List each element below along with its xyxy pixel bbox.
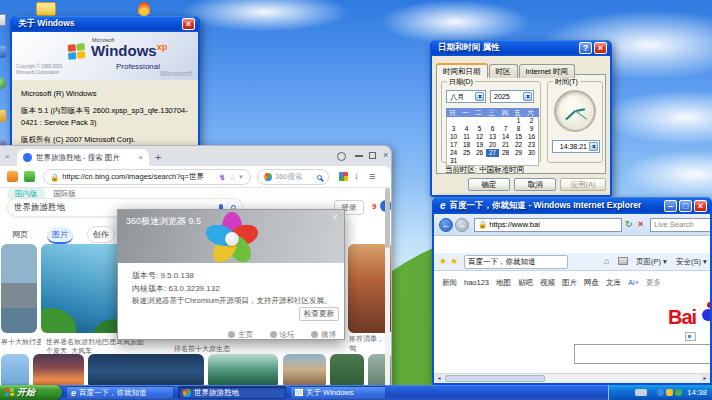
image-result[interactable] [41,244,123,333]
taskbar-task-browser[interactable]: 世界旅游胜地 [178,386,286,399]
image-result[interactable] [88,354,204,389]
extension-icon[interactable] [24,171,35,182]
page-menu[interactable]: 页面(P) ▾ [636,257,667,267]
calendar-day[interactable]: 4 [460,125,473,133]
maximize-icon[interactable] [369,152,376,159]
baidu-nav-link[interactable]: Ai+ [628,278,639,288]
lightning-icon[interactable]: ↯ [219,173,225,182]
calendar-day[interactable]: 2 [525,117,538,125]
forum-link[interactable]: 论坛 [270,330,295,340]
maximize-icon[interactable]: □ [679,200,692,212]
taskbar-task-about[interactable]: 关于 Windows [290,386,386,399]
calendar-day[interactable]: 18 [460,141,473,149]
baidu-nav-link[interactable]: 新闻 [442,278,457,288]
calendar-day[interactable]: 12 [473,133,486,141]
result-tab[interactable]: 图片 [47,227,73,244]
ie-titlebar[interactable]: e 百度一下，你就知道 - Windows Internet Explorer … [434,197,710,214]
address-bar[interactable]: 🔒 https://cn.bing.com/images/search?q=世界… [43,169,251,185]
result-caption[interactable]: 排名前十大原生态 [174,344,314,354]
desktop-icon[interactable] [0,110,6,122]
baidu-nav-link[interactable]: 图片 [562,278,577,288]
weibo-link[interactable]: 微博 [311,330,336,340]
tray-icon-green[interactable] [675,389,682,396]
calendar-day[interactable]: 30 [525,149,538,157]
calendar-day[interactable] [486,117,499,125]
calendar-day[interactable]: 5 [473,125,486,133]
baidu-nav-link[interactable]: 贴吧 [518,278,533,288]
calendar-day[interactable]: 21 [499,141,512,149]
download-icon[interactable]: ↓ [354,170,359,181]
hardware-icon[interactable] [635,389,647,396]
user-icon[interactable] [337,152,346,161]
calendar-day[interactable]: 3 [447,125,460,133]
print-icon[interactable] [618,257,628,265]
stop-icon[interactable]: × [638,219,643,229]
calendar-day[interactable]: 28 [499,149,512,157]
ok-button[interactable]: 确定 [468,178,510,191]
image-result[interactable] [283,354,326,389]
cancel-button[interactable]: 取消 [514,178,556,191]
check-update-button[interactable]: 检查更新 [299,307,339,321]
calendar-day[interactable]: 1 [512,117,525,125]
baidu-nav-link[interactable]: 网盘 [584,278,599,288]
dropdown-chevron-icon[interactable]: ▼ [238,174,244,180]
favorites-star-icon[interactable]: ★ [439,256,447,266]
ie-tab[interactable]: 百度一下，你就知道 [464,255,568,269]
result-tab[interactable]: 创作 [87,226,115,243]
refresh-icon[interactable]: ↻ [625,219,633,229]
desktop-icon[interactable] [0,46,6,58]
baidu-search-input[interactable] [574,344,710,364]
tab-close-icon[interactable]: × [139,153,143,162]
calendar-day[interactable]: 14 [499,133,512,141]
tray-icon-shield[interactable] [666,389,673,396]
active-tab[interactable]: 世界旅游胜地 - 搜索 图片 × [17,149,149,166]
extension-icon[interactable] [7,171,18,182]
calendar-day[interactable]: 25 [460,149,473,157]
desktop-icon[interactable] [0,78,6,89]
folder-icon[interactable] [36,2,56,16]
home-link[interactable]: 主页 [228,330,253,340]
calendar-day[interactable]: 29 [512,149,525,157]
close-icon[interactable]: × [694,200,707,212]
desktop-icon[interactable] [0,14,6,26]
calendar-day[interactable]: 13 [486,133,499,141]
time-field[interactable]: 14:38:21 [552,140,600,153]
calendar-day[interactable]: 6 [486,125,499,133]
help-icon[interactable]: ? [579,42,592,54]
month-select[interactable]: 八月 [446,90,486,103]
tray-clock[interactable]: 14:38 [687,388,707,397]
calendar-day[interactable] [499,117,512,125]
calendar-day[interactable]: 7 [499,125,512,133]
minimize-icon[interactable] [355,155,363,157]
calendar-day[interactable]: 19 [473,141,486,149]
baidu-nav-link[interactable]: 文库 [606,278,621,288]
close-icon[interactable]: × [182,18,195,30]
back-icon[interactable]: ← [439,218,453,232]
year-spinner[interactable]: 2025 [490,90,534,103]
calendar-day[interactable]: 15 [512,133,525,141]
forward-icon[interactable]: → [455,218,469,232]
background-tab-close-icon[interactable]: × [5,152,10,161]
apply-button[interactable]: 应用(A) [560,178,606,191]
calendar-day[interactable]: 23 [525,141,538,149]
tab[interactable]: Internet 时间 [519,64,576,78]
home-icon[interactable]: ⌂ [604,256,609,266]
baidu-nav-link[interactable]: 更多 [646,278,661,288]
calendar-day[interactable]: 22 [512,141,525,149]
taskbar-task-ie[interactable]: e 百度一下，你就知道 [66,386,174,399]
image-result[interactable] [33,354,84,389]
image-result[interactable] [1,244,37,333]
calendar-day[interactable] [460,117,473,125]
calendar-day[interactable]: 17 [447,141,460,149]
datetime-titlebar[interactable]: 日期和时间 属性 ? × [432,40,610,56]
horizontal-scrollbar[interactable]: ◂ ▸ [434,373,710,383]
calendar-day[interactable]: 24 [447,149,460,157]
close-icon[interactable]: × [332,212,338,223]
search-icon[interactable] [317,175,322,180]
calendar-day[interactable]: 20 [486,141,499,149]
baidu-nav-link[interactable]: hao123 [464,278,489,288]
result-tab[interactable]: 网页 [7,227,33,242]
image-result[interactable] [1,354,29,389]
calendar-day[interactable]: 11 [460,133,473,141]
flame-icon[interactable] [138,2,150,16]
